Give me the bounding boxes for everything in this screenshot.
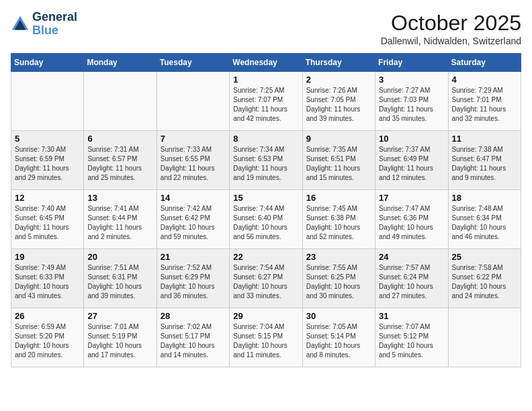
days-header-row: SundayMondayTuesdayWednesdayThursdayFrid… [11, 54, 521, 72]
day-number: 22 [233, 252, 298, 262]
day-header-thursday: Thursday [302, 54, 375, 72]
day-info: Sunrise: 7:26 AM Sunset: 7:05 PM Dayligh… [306, 86, 371, 124]
day-number: 25 [452, 252, 517, 262]
day-info: Sunrise: 7:25 AM Sunset: 7:07 PM Dayligh… [233, 86, 298, 124]
day-info: Sunrise: 7:54 AM Sunset: 6:27 PM Dayligh… [233, 263, 298, 301]
day-info: Sunrise: 7:31 AM Sunset: 6:57 PM Dayligh… [87, 145, 152, 183]
day-number: 26 [15, 311, 80, 321]
day-cell-30: 30Sunrise: 7:05 AM Sunset: 5:14 PM Dayli… [302, 308, 375, 367]
day-cell-3: 3Sunrise: 7:27 AM Sunset: 7:03 PM Daylig… [375, 72, 448, 131]
day-cell-6: 6Sunrise: 7:31 AM Sunset: 6:57 PM Daylig… [84, 131, 157, 190]
day-cell-13: 13Sunrise: 7:41 AM Sunset: 6:44 PM Dayli… [84, 190, 157, 249]
day-cell-28: 28Sunrise: 7:02 AM Sunset: 5:17 PM Dayli… [157, 308, 229, 367]
calendar: SundayMondayTuesdayWednesdayThursdayFrid… [11, 53, 521, 367]
day-number: 21 [161, 252, 226, 262]
day-header-sunday: Sunday [11, 54, 84, 72]
day-cell-12: 12Sunrise: 7:40 AM Sunset: 6:45 PM Dayli… [11, 190, 84, 249]
day-cell-5: 5Sunrise: 7:30 AM Sunset: 6:59 PM Daylig… [11, 131, 84, 190]
day-number: 18 [452, 193, 517, 203]
day-number: 3 [379, 75, 444, 85]
day-number: 1 [233, 75, 298, 85]
day-number: 2 [306, 75, 371, 85]
day-info: Sunrise: 7:48 AM Sunset: 6:34 PM Dayligh… [452, 204, 517, 242]
day-cell-11: 11Sunrise: 7:38 AM Sunset: 6:47 PM Dayli… [448, 131, 521, 190]
day-number: 24 [379, 252, 444, 262]
day-number: 4 [452, 75, 517, 85]
day-cell-9: 9Sunrise: 7:35 AM Sunset: 6:51 PM Daylig… [302, 131, 375, 190]
day-cell-7: 7Sunrise: 7:33 AM Sunset: 6:55 PM Daylig… [157, 131, 229, 190]
day-info: Sunrise: 7:29 AM Sunset: 7:01 PM Dayligh… [452, 86, 517, 124]
day-cell-18: 18Sunrise: 7:48 AM Sunset: 6:34 PM Dayli… [448, 190, 521, 249]
day-number: 29 [233, 311, 298, 321]
day-info: Sunrise: 7:07 AM Sunset: 5:12 PM Dayligh… [379, 322, 444, 360]
day-header-tuesday: Tuesday [157, 54, 229, 72]
day-header-saturday: Saturday [448, 54, 521, 72]
day-info: Sunrise: 7:38 AM Sunset: 6:47 PM Dayligh… [452, 145, 517, 183]
day-cell-10: 10Sunrise: 7:37 AM Sunset: 6:49 PM Dayli… [375, 131, 448, 190]
day-info: Sunrise: 7:34 AM Sunset: 6:53 PM Dayligh… [233, 145, 298, 183]
day-info: Sunrise: 7:33 AM Sunset: 6:55 PM Dayligh… [161, 145, 226, 183]
day-cell-8: 8Sunrise: 7:34 AM Sunset: 6:53 PM Daylig… [230, 131, 302, 190]
day-cell-4: 4Sunrise: 7:29 AM Sunset: 7:01 PM Daylig… [448, 72, 521, 131]
day-info: Sunrise: 7:27 AM Sunset: 7:03 PM Dayligh… [379, 86, 444, 124]
day-cell-26: 26Sunrise: 6:59 AM Sunset: 5:20 PM Dayli… [11, 308, 84, 367]
day-info: Sunrise: 7:02 AM Sunset: 5:17 PM Dayligh… [161, 322, 226, 360]
day-number: 23 [306, 252, 371, 262]
day-cell-17: 17Sunrise: 7:47 AM Sunset: 6:36 PM Dayli… [375, 190, 448, 249]
day-info: Sunrise: 7:55 AM Sunset: 6:25 PM Dayligh… [306, 263, 371, 301]
day-info: Sunrise: 7:44 AM Sunset: 6:40 PM Dayligh… [233, 204, 298, 242]
week-row-5: 26Sunrise: 6:59 AM Sunset: 5:20 PM Dayli… [11, 308, 521, 367]
day-number: 13 [87, 193, 152, 203]
day-number: 10 [379, 134, 444, 144]
day-info: Sunrise: 7:05 AM Sunset: 5:14 PM Dayligh… [306, 322, 371, 360]
day-cell-16: 16Sunrise: 7:45 AM Sunset: 6:38 PM Dayli… [302, 190, 375, 249]
empty-cell [157, 72, 229, 131]
day-header-wednesday: Wednesday [230, 54, 302, 72]
week-row-3: 12Sunrise: 7:40 AM Sunset: 6:45 PM Dayli… [11, 190, 521, 249]
week-row-1: 1Sunrise: 7:25 AM Sunset: 7:07 PM Daylig… [11, 72, 521, 131]
logo-text: General Blue [32, 11, 77, 38]
day-cell-14: 14Sunrise: 7:42 AM Sunset: 6:42 PM Dayli… [157, 190, 229, 249]
title-block: October 2025 Dallenwil, Nidwalden, Switz… [381, 11, 521, 46]
day-cell-15: 15Sunrise: 7:44 AM Sunset: 6:40 PM Dayli… [230, 190, 302, 249]
month-title: October 2025 [381, 11, 521, 36]
empty-cell [448, 308, 521, 367]
day-info: Sunrise: 7:57 AM Sunset: 6:24 PM Dayligh… [379, 263, 444, 301]
day-info: Sunrise: 7:49 AM Sunset: 6:33 PM Dayligh… [15, 263, 80, 301]
day-cell-31: 31Sunrise: 7:07 AM Sunset: 5:12 PM Dayli… [375, 308, 448, 367]
day-number: 8 [233, 134, 298, 144]
empty-cell [84, 72, 157, 131]
day-number: 7 [161, 134, 226, 144]
day-number: 31 [379, 311, 444, 321]
day-number: 30 [306, 311, 371, 321]
day-header-friday: Friday [375, 54, 448, 72]
day-number: 15 [233, 193, 298, 203]
day-info: Sunrise: 7:40 AM Sunset: 6:45 PM Dayligh… [15, 204, 80, 242]
day-cell-20: 20Sunrise: 7:51 AM Sunset: 6:31 PM Dayli… [84, 249, 157, 308]
logo-icon [11, 15, 30, 34]
week-row-4: 19Sunrise: 7:49 AM Sunset: 6:33 PM Dayli… [11, 249, 521, 308]
day-info: Sunrise: 7:47 AM Sunset: 6:36 PM Dayligh… [379, 204, 444, 242]
day-info: Sunrise: 7:37 AM Sunset: 6:49 PM Dayligh… [379, 145, 444, 183]
day-info: Sunrise: 7:42 AM Sunset: 6:42 PM Dayligh… [161, 204, 226, 242]
day-number: 20 [87, 252, 152, 262]
day-number: 14 [161, 193, 226, 203]
day-cell-19: 19Sunrise: 7:49 AM Sunset: 6:33 PM Dayli… [11, 249, 84, 308]
day-cell-2: 2Sunrise: 7:26 AM Sunset: 7:05 PM Daylig… [302, 72, 375, 131]
day-cell-22: 22Sunrise: 7:54 AM Sunset: 6:27 PM Dayli… [230, 249, 302, 308]
day-number: 9 [306, 134, 371, 144]
day-info: Sunrise: 7:01 AM Sunset: 5:19 PM Dayligh… [87, 322, 152, 360]
day-info: Sunrise: 7:04 AM Sunset: 5:15 PM Dayligh… [233, 322, 298, 360]
location: Dallenwil, Nidwalden, Switzerland [381, 36, 521, 46]
day-number: 19 [15, 252, 80, 262]
day-cell-1: 1Sunrise: 7:25 AM Sunset: 7:07 PM Daylig… [230, 72, 302, 131]
day-info: Sunrise: 7:52 AM Sunset: 6:29 PM Dayligh… [161, 263, 226, 301]
day-number: 5 [15, 134, 80, 144]
day-number: 6 [87, 134, 152, 144]
day-info: Sunrise: 7:41 AM Sunset: 6:44 PM Dayligh… [87, 204, 152, 242]
logo: General Blue [11, 11, 77, 38]
empty-cell [11, 72, 84, 131]
day-cell-23: 23Sunrise: 7:55 AM Sunset: 6:25 PM Dayli… [302, 249, 375, 308]
day-info: Sunrise: 7:35 AM Sunset: 6:51 PM Dayligh… [306, 145, 371, 183]
day-number: 28 [161, 311, 226, 321]
